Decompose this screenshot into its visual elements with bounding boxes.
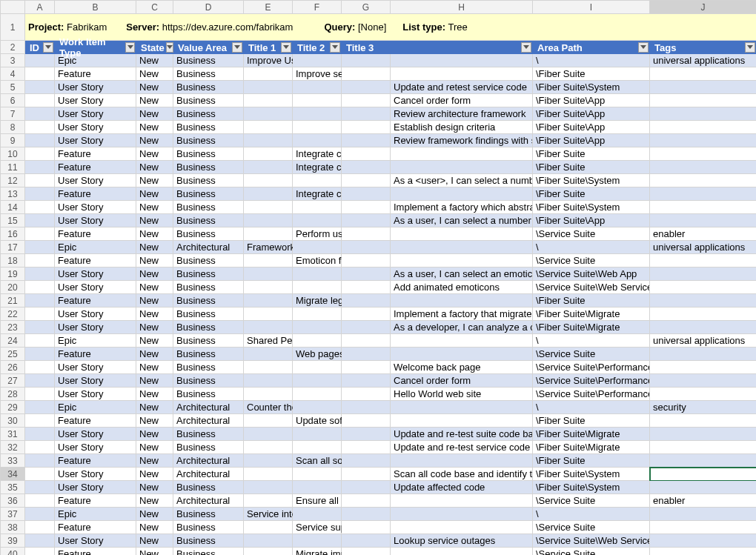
cell-27-va[interactable]: Business [173,374,244,388]
cell-5-wit[interactable]: User Story [55,81,136,94]
row-head-40[interactable]: 40 [1,548,25,555]
row-head-2[interactable]: 2 [1,41,25,54]
cell-10-wit[interactable]: Feature [55,147,136,161]
cell-39-wit[interactable]: User Story [55,534,136,548]
cell-5-gap[interactable] [342,81,391,94]
cell-26-state[interactable]: New [136,361,173,374]
cell-11-t1[interactable] [244,161,293,174]
cell-16-tags[interactable]: enabler [650,227,756,241]
cell-19-id[interactable] [25,267,55,281]
cell-39-t2[interactable] [293,534,342,548]
cell-12-t1[interactable] [244,174,293,187]
cell-28-id[interactable] [25,388,55,401]
cell-38-area[interactable]: \Service Suite [533,521,650,534]
cell-33-area[interactable]: \Fiber Suite [533,454,650,468]
cell-35-tags[interactable] [650,481,756,494]
row-head-27[interactable]: 27 [1,374,25,388]
cell-3-t3[interactable] [391,54,533,67]
cell-5-id[interactable] [25,81,55,94]
cell-29-area[interactable]: \ [533,401,650,414]
header-value-area-filter[interactable] [232,42,242,53]
cell-22-wit[interactable]: User Story [55,308,136,321]
cell-3-va[interactable]: Business [173,54,244,67]
cell-28-area[interactable]: \Service Suite\Performance [533,388,650,401]
cell-25-t3[interactable] [391,348,533,361]
cell-21-t3[interactable] [391,294,533,308]
cell-17-gap[interactable] [342,241,391,254]
cell-26-area[interactable]: \Service Suite\Performance [533,361,650,374]
cell-38-id[interactable] [25,521,55,534]
cell-40-t1[interactable] [244,548,293,555]
row-head-36[interactable]: 36 [1,494,25,508]
cell-14-id[interactable] [25,201,55,214]
cell-18-tags[interactable] [650,254,756,267]
cell-36-tags[interactable]: enabler [650,494,756,508]
cell-14-wit[interactable]: User Story [55,201,136,214]
col-head-G[interactable]: G [342,1,391,14]
cell-39-state[interactable]: New [136,534,173,548]
cell-10-t2[interactable]: Integrate client app with IM clients [293,147,342,161]
cell-30-tags[interactable] [650,414,756,428]
row-head-22[interactable]: 22 [1,308,25,321]
col-head-I[interactable]: I [533,1,650,14]
cell-37-gap[interactable] [342,508,391,521]
cell-25-t1[interactable] [244,348,293,361]
cell-21-state[interactable]: New [136,294,173,308]
cell-32-wit[interactable]: User Story [55,441,136,454]
cell-23-va[interactable]: Business [173,321,244,334]
cell-36-t3[interactable] [391,494,533,508]
cell-20-wit[interactable]: User Story [55,281,136,294]
header-work-item-type[interactable]: Work Item Type [55,41,136,54]
cell-40-gap[interactable] [342,548,391,555]
cell-11-t2[interactable]: Integrate client application [293,161,342,174]
header-title2-filter[interactable] [330,42,340,53]
cell-23-gap[interactable] [342,321,391,334]
cell-3-id[interactable] [25,54,55,67]
cell-5-area[interactable]: \Fiber Suite\System [533,81,650,94]
col-head-C[interactable]: C [136,1,173,14]
cell-24-wit[interactable]: Epic [55,334,136,348]
cell-4-wit[interactable]: Feature [55,67,136,81]
row-head-38[interactable]: 38 [1,521,25,534]
cell-35-gap[interactable] [342,481,391,494]
cell-32-t1[interactable] [244,441,293,454]
cell-35-t2[interactable] [293,481,342,494]
cell-21-tags[interactable] [650,294,756,308]
cell-16-wit[interactable]: Feature [55,227,136,241]
cell-8-gap[interactable] [342,121,391,134]
row-head-7[interactable]: 7 [1,107,25,121]
cell-27-t2[interactable] [293,374,342,388]
cell-40-tags[interactable] [650,548,756,555]
cell-38-wit[interactable]: Feature [55,521,136,534]
cell-37-tags[interactable] [650,508,756,521]
cell-33-t1[interactable] [244,454,293,468]
cell-21-area[interactable]: \Fiber Suite [533,294,650,308]
cell-23-state[interactable]: New [136,321,173,334]
cell-27-id[interactable] [25,374,55,388]
cell-36-t1[interactable] [244,494,293,508]
cell-11-va[interactable]: Business [173,161,244,174]
cell-20-t2[interactable] [293,281,342,294]
cell-6-tags[interactable] [650,94,756,107]
cell-3-t2[interactable] [293,54,342,67]
cell-12-t3[interactable]: As a <user>, I can select a number of el… [391,174,533,187]
row-head-10[interactable]: 10 [1,147,25,161]
cell-22-t2[interactable] [293,308,342,321]
cell-13-id[interactable] [25,187,55,201]
cell-19-state[interactable]: New [136,267,173,281]
cell-10-tags[interactable] [650,147,756,161]
cell-4-t2[interactable]: Improve service operations [293,67,342,81]
cell-17-state[interactable]: New [136,241,173,254]
cell-26-wit[interactable]: User Story [55,361,136,374]
cell-21-id[interactable] [25,294,55,308]
cell-21-t1[interactable] [244,294,293,308]
cell-27-tags[interactable] [650,374,756,388]
cell-22-area[interactable]: \Fiber Suite\Migrate [533,308,650,321]
cell-14-gap[interactable] [342,201,391,214]
cell-37-id[interactable] [25,508,55,521]
cell-9-wit[interactable]: User Story [55,134,136,147]
cell-5-va[interactable]: Business [173,81,244,94]
cell-31-t2[interactable] [293,428,342,441]
cell-8-state[interactable]: New [136,121,173,134]
cell-39-area[interactable]: \Service Suite\Web Service [533,534,650,548]
